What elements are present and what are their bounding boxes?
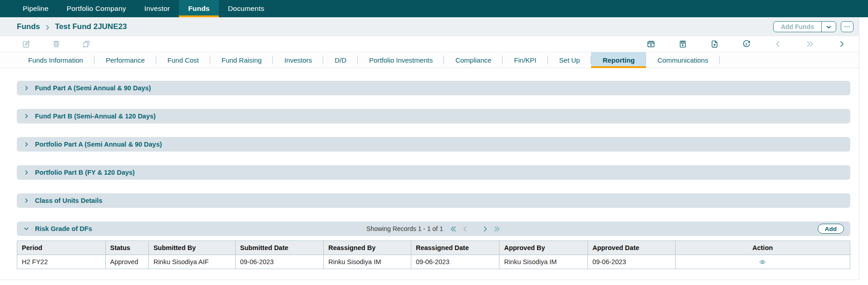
pagination: Showing Records 1 - 1 of 1: [366, 221, 501, 236]
section-title: Fund Part A (Semi Annual & 90 Days): [35, 84, 151, 92]
risk-grade-table: PeriodStatusSubmitted BySubmitted DateRe…: [17, 241, 850, 269]
toolbar: $: [0, 36, 859, 52]
section-title: Risk Grade of DFs: [35, 225, 92, 232]
tab-reporting[interactable]: Reporting: [591, 52, 646, 68]
add-funds-caret[interactable]: [821, 22, 836, 32]
add-funds-label: Add Funds: [774, 22, 821, 32]
table-cell-action: [675, 255, 850, 269]
svg-text:$: $: [745, 42, 747, 46]
section-title: Class of Units Details: [35, 197, 102, 204]
chevron-right-icon[interactable]: [481, 225, 489, 233]
column-header-period: Period: [17, 241, 106, 255]
delete-icon[interactable]: [52, 39, 61, 49]
tab-funds-information[interactable]: Funds Information: [17, 52, 94, 68]
section-title: Fund Part B (Semi-Annual & 120 Days): [35, 113, 156, 120]
table-cell: Rinku Sisodiya AIF: [148, 255, 235, 269]
file-add-icon[interactable]: [710, 39, 719, 49]
column-header-submitted-by: Submitted By: [148, 241, 235, 255]
tab-d-d[interactable]: D/D: [323, 52, 358, 68]
toolbar-right-icons: $: [646, 39, 846, 49]
more-actions-button[interactable]: [841, 21, 853, 32]
add-funds-button[interactable]: Add Funds: [773, 21, 836, 32]
chevron-right-icon[interactable]: [837, 39, 846, 49]
refresh-currency-icon[interactable]: $: [742, 39, 751, 49]
table-header-row: PeriodStatusSubmitted BySubmitted DateRe…: [17, 241, 850, 255]
eye-icon[interactable]: [758, 259, 767, 265]
breadcrumb-root[interactable]: Funds: [17, 22, 40, 31]
section-risk-grade-of-dfs[interactable]: Risk Grade of DFs Showing Records 1 - 1 …: [17, 221, 850, 236]
chevron-left-icon[interactable]: [774, 39, 783, 49]
table-cell: Rinku Sisodiya IM: [499, 255, 588, 269]
column-header-approved-date: Approved Date: [587, 241, 675, 255]
tab-fund-cost[interactable]: Fund Cost: [156, 52, 210, 68]
chevron-right-icon: [23, 85, 30, 91]
clipboard-add-icon[interactable]: [678, 39, 687, 49]
table-cell: 09-06-2023: [587, 255, 675, 269]
tab-portfolio-investments[interactable]: Portfolio Investments: [358, 52, 444, 68]
tab-compliance[interactable]: Compliance: [444, 52, 503, 68]
tab-communications[interactable]: Communications: [646, 52, 720, 68]
chevron-right-icon: [23, 169, 30, 176]
top-nav-items: PipelinePortfolio CompanyInvestorFundsDo…: [14, 0, 273, 17]
ellipsis-icon: [843, 23, 851, 30]
chevron-right-icon: [23, 141, 30, 147]
section-portfolio-part-a-semi-annual-90-days[interactable]: Portfolio Part A (Semi Annual & 90 Days): [17, 137, 850, 152]
tab-set-up[interactable]: Set Up: [548, 52, 592, 68]
section-fund-part-a-semi-annual-90-days[interactable]: Fund Part A (Semi Annual & 90 Days): [17, 81, 850, 95]
tab-fund-raising[interactable]: Fund Raising: [210, 52, 273, 68]
table-cell: 09-06-2023: [411, 255, 499, 269]
chevron-right-icon: [23, 113, 30, 119]
toolbar-left-icons: [22, 39, 91, 49]
nav-item-investor[interactable]: Investor: [135, 0, 179, 17]
chevron-double-left-icon[interactable]: [449, 225, 457, 233]
top-nav: PipelinePortfolio CompanyInvestorFundsDo…: [0, 0, 868, 17]
tab-investors[interactable]: Investors: [273, 52, 323, 68]
pager-controls: [449, 225, 501, 233]
section-title: Portfolio Part A (Semi Annual & 90 Days): [35, 141, 162, 148]
column-header-reassigned-by: Reassigned By: [324, 241, 411, 255]
chevron-left-icon[interactable]: [461, 225, 469, 233]
tab-bar: Funds InformationPerformanceFund CostFun…: [0, 52, 859, 68]
table-cell: H2 FY22: [17, 255, 106, 269]
table-row: H2 FY22ApprovedRinku Sisodiya AIF09-06-2…: [17, 255, 850, 269]
tab-fin-kpi[interactable]: Fin/KPI: [503, 52, 547, 68]
column-header-submitted-date: Submitted Date: [235, 241, 324, 255]
collapsed-sections: Fund Part A (Semi Annual & 90 Days)Fund …: [17, 81, 850, 208]
calendar-add-icon[interactable]: [646, 39, 656, 49]
content: Fund Part A (Semi Annual & 90 Days)Fund …: [0, 68, 859, 269]
chevron-right-icon: [44, 24, 51, 31]
showing-records-text: Showing Records 1 - 1 of 1: [366, 225, 443, 232]
chevron-double-right-icon[interactable]: [805, 39, 814, 49]
page-body: Funds Test Fund 2JUNE23 Add Funds $ Fund…: [0, 17, 859, 280]
nav-item-portfolio-company[interactable]: Portfolio Company: [58, 0, 135, 17]
section-portfolio-part-b-fy-120-days[interactable]: Portfolio Part B (FY & 120 Days): [17, 165, 850, 180]
column-header-approved-by: Approved By: [499, 241, 588, 255]
nav-item-documents[interactable]: Documents: [219, 0, 273, 17]
nav-item-funds[interactable]: Funds: [179, 0, 219, 17]
column-header-action: Action: [675, 241, 850, 255]
chevron-down-icon: [23, 226, 30, 232]
chevron-double-right-icon[interactable]: [493, 225, 501, 233]
tab-performance[interactable]: Performance: [94, 52, 156, 68]
nav-item-pipeline[interactable]: Pipeline: [14, 0, 58, 17]
breadcrumb: Funds Test Fund 2JUNE23 Add Funds: [0, 17, 859, 36]
copy-add-icon[interactable]: [82, 39, 91, 49]
breadcrumb-current[interactable]: Test Fund 2JUNE23: [55, 22, 127, 31]
column-header-reassigned-date: Reassigned Date: [411, 241, 499, 255]
section-title: Portfolio Part B (FY & 120 Days): [35, 169, 135, 176]
table-cell: Rinku Sisodiya IM: [324, 255, 411, 269]
edit-icon[interactable]: [22, 39, 31, 49]
table-cell: Approved: [105, 255, 148, 269]
caret-down-icon: [825, 24, 832, 30]
chevron-right-icon: [23, 197, 30, 204]
add-button[interactable]: Add: [818, 224, 844, 234]
column-header-status: Status: [105, 241, 148, 255]
table-cell: 09-06-2023: [235, 255, 324, 269]
section-class-of-units-details[interactable]: Class of Units Details: [17, 193, 850, 208]
section-fund-part-b-semi-annual-120-days[interactable]: Fund Part B (Semi-Annual & 120 Days): [17, 109, 850, 123]
